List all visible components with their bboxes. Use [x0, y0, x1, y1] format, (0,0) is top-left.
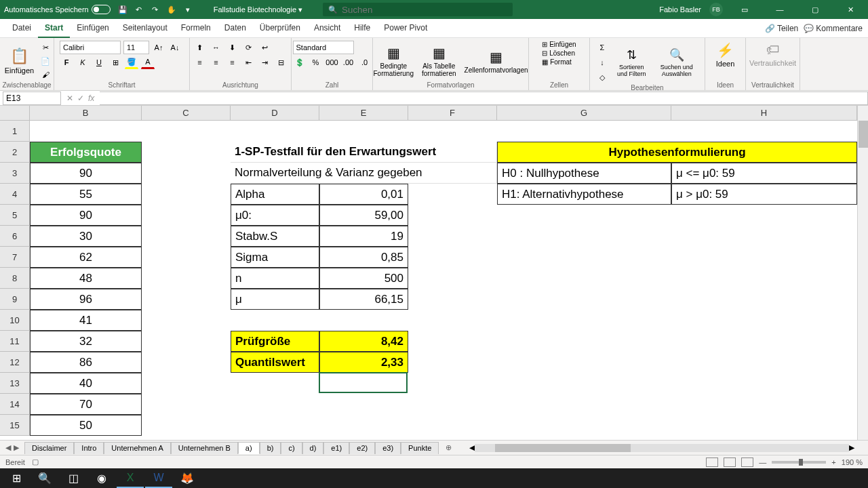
fill-color-button[interactable]: 🪣 — [125, 56, 138, 69]
cell-D9[interactable]: μ — [231, 289, 319, 310]
insert-cells-button[interactable]: ⊞ Einfügen — [542, 41, 576, 48]
cell-E9[interactable]: 66,15 — [319, 289, 408, 310]
indent-inc-icon[interactable]: ⇥ — [258, 56, 272, 69]
toggle-icon[interactable] — [92, 5, 111, 14]
ribbon-tab-daten[interactable]: Daten — [218, 19, 253, 38]
fill-icon[interactable]: ↓ — [595, 56, 609, 69]
ribbon-tab-einfügen[interactable]: Einfügen — [70, 19, 115, 38]
cell-B5[interactable]: 90 — [30, 205, 142, 226]
clear-icon[interactable]: ◇ — [595, 70, 609, 84]
ribbon-tab-power pivot[interactable]: Power Pivot — [377, 19, 434, 38]
ribbon-tab-formeln[interactable]: Formeln — [174, 19, 218, 38]
cell-B8[interactable]: 48 — [30, 268, 142, 289]
sheet-tab-e3[interactable]: e3) — [375, 442, 401, 454]
percent-icon[interactable]: % — [309, 56, 323, 69]
italic-button[interactable]: K — [76, 56, 90, 69]
row-header-3[interactable]: 3 — [0, 163, 30, 184]
sheet-tab-unternehmenb[interactable]: Unternehmen B — [171, 442, 238, 454]
cell-D5[interactable]: μ0: — [231, 205, 319, 226]
minimize-icon[interactable]: ― — [766, 0, 793, 19]
cell-styles-button[interactable]: ▦Zellenformatvorlagen — [462, 47, 531, 75]
zoom-level[interactable]: 190 % — [842, 458, 863, 466]
align-center-icon[interactable]: ≡ — [210, 56, 223, 69]
cell-D3[interactable]: Normalverteilung & Varianz gegeben — [231, 163, 497, 184]
align-right-icon[interactable]: ≡ — [226, 56, 239, 69]
row-header-5[interactable]: 5 — [0, 205, 30, 226]
start-button[interactable]: ⊞ — [3, 468, 30, 488]
border-button[interactable]: ⊞ — [108, 56, 122, 69]
redo-icon[interactable]: ↷ — [150, 4, 161, 15]
ribbon-tab-hilfe[interactable]: Hilfe — [347, 19, 377, 38]
zoom-in-icon[interactable]: + — [831, 458, 835, 466]
comma-icon[interactable]: 000 — [326, 56, 339, 69]
decrease-font-icon[interactable]: A↓ — [168, 41, 182, 54]
record-macro-icon[interactable]: ▢ — [32, 458, 39, 466]
formula-input[interactable] — [100, 92, 868, 105]
more-icon[interactable]: ▾ — [182, 4, 193, 15]
cell-E8[interactable]: 500 — [319, 268, 408, 289]
cell-E4[interactable]: 0,01 — [319, 184, 408, 205]
cancel-formula-icon[interactable]: ✕ — [66, 94, 73, 103]
touch-icon[interactable]: ✋ — [166, 4, 177, 15]
row-header-6[interactable]: 6 — [0, 226, 30, 247]
row-header-13[interactable]: 13 — [0, 373, 30, 394]
task-view-icon[interactable]: ◫ — [60, 468, 87, 488]
sheet-tab-e2[interactable]: e2) — [349, 442, 375, 454]
column-header-G[interactable]: G — [497, 106, 671, 121]
inc-decimal-icon[interactable]: .00 — [342, 56, 355, 69]
format-as-table-button[interactable]: ▦Als Tabelle formatieren — [419, 43, 459, 79]
share-button[interactable]: 🔗 Teilen — [765, 24, 798, 33]
delete-cells-button[interactable]: ⊟ Löschen — [542, 49, 576, 57]
row-header-15[interactable]: 15 — [0, 415, 30, 436]
autosave-toggle[interactable]: Automatisches Speichern — [4, 5, 111, 14]
column-header-C[interactable]: C — [142, 106, 231, 121]
scrollbar-thumb[interactable] — [495, 444, 631, 452]
cell-H4[interactable]: μ > μ0: 59 — [671, 184, 857, 205]
column-header-H[interactable]: H — [671, 106, 857, 121]
wrap-text-icon[interactable]: ↩ — [258, 41, 272, 54]
select-all-corner[interactable] — [0, 106, 30, 121]
cell-B3[interactable]: 90 — [30, 163, 142, 184]
word-taskbar-icon[interactable]: W — [145, 468, 172, 488]
column-header-F[interactable]: F — [408, 106, 497, 121]
vertical-scrollbar[interactable] — [857, 106, 868, 440]
autosum-icon[interactable]: Σ — [595, 41, 609, 54]
tab-nav-prev-icon[interactable]: ◀ — [5, 443, 11, 452]
row-header-8[interactable]: 8 — [0, 268, 30, 289]
format-painter-icon[interactable]: 🖌 — [39, 68, 52, 81]
app-icon[interactable]: ◉ — [88, 468, 115, 488]
cell-D2[interactable]: 1-SP-Testfall für den Erwartungswert — [231, 142, 497, 163]
cell-D7[interactable]: Sigma — [231, 247, 319, 268]
search-taskbar-icon[interactable]: 🔍 — [31, 468, 58, 488]
orientation-icon[interactable]: ⟳ — [242, 41, 256, 54]
cell-B11[interactable]: 32 — [30, 331, 142, 352]
page-layout-view-icon[interactable] — [724, 458, 736, 467]
row-header-1[interactable]: 1 — [0, 121, 30, 142]
close-icon[interactable]: ✕ — [837, 0, 864, 19]
ribbon-display-icon[interactable]: ▭ — [731, 0, 758, 19]
enter-formula-icon[interactable]: ✓ — [77, 94, 84, 103]
sheet-tab-unternehmena[interactable]: Unternehmen A — [104, 442, 170, 454]
user-avatar[interactable]: FB — [709, 3, 723, 16]
column-header-D[interactable]: D — [231, 106, 319, 121]
cell-B13[interactable]: 40 — [30, 373, 142, 394]
ribbon-tab-ansicht[interactable]: Ansicht — [307, 19, 347, 38]
dec-decimal-icon[interactable]: .0 — [358, 56, 372, 69]
cell-B6[interactable]: 30 — [30, 226, 142, 247]
find-select-button[interactable]: 🔍Suchen und Auswählen — [654, 46, 699, 79]
row-header-2[interactable]: 2 — [0, 142, 30, 163]
row-header-12[interactable]: 12 — [0, 352, 30, 373]
undo-icon[interactable]: ↶ — [134, 4, 144, 15]
row-header-14[interactable]: 14 — [0, 394, 30, 415]
bold-button[interactable]: F — [60, 56, 73, 69]
cut-icon[interactable]: ✂ — [39, 41, 52, 54]
sheet-tab-b[interactable]: b) — [260, 442, 281, 454]
sheet-tab-d[interactable]: d) — [302, 442, 324, 454]
zoom-slider[interactable] — [772, 461, 826, 464]
cell-B9[interactable]: 96 — [30, 289, 142, 310]
scrollbar-thumb[interactable] — [859, 121, 868, 148]
sheet-tab-e1[interactable]: e1) — [323, 442, 349, 454]
sheet-tab-disclaimer[interactable]: Disclaimer — [24, 442, 74, 454]
copy-icon[interactable]: 📄 — [39, 55, 52, 67]
firefox-taskbar-icon[interactable]: 🦊 — [174, 468, 201, 488]
